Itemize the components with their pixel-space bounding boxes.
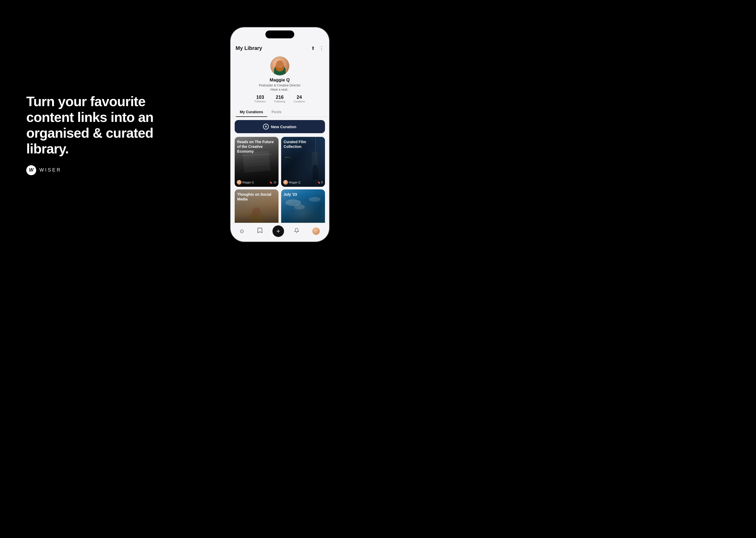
app-header: My Library ⬆ ⋮ bbox=[230, 42, 329, 53]
app-content: My Library ⬆ ⋮ Maggie Q Podcaster & Crea… bbox=[230, 27, 329, 242]
page-title: My Library bbox=[236, 45, 262, 51]
card-author-1: Maggie Q bbox=[237, 180, 254, 185]
tabs-row: My Curations Posts bbox=[230, 107, 329, 117]
headline: Turn your favourite content links into a… bbox=[26, 94, 165, 157]
card-title-3: Thoughts on Social Media bbox=[237, 192, 276, 201]
curations-count: 24 bbox=[297, 94, 302, 100]
mini-avatar-2 bbox=[283, 180, 288, 185]
curations-stat: 24 Curations bbox=[294, 94, 305, 103]
card-author-2: Maggie Q bbox=[283, 180, 300, 185]
more-icon[interactable]: ⋮ bbox=[319, 45, 324, 51]
brand: W WISER bbox=[26, 165, 165, 175]
curation-card-3[interactable]: Thoughts on Social Media Maggie Q 🔖 11 bbox=[235, 189, 278, 223]
followers-label: Followers bbox=[255, 100, 266, 103]
card-title-2: Curated Film Collection bbox=[284, 139, 322, 149]
dynamic-island bbox=[265, 30, 294, 38]
profile-tagline: Have a seat.. bbox=[270, 88, 289, 91]
nav-avatar bbox=[312, 228, 320, 235]
card-count-2: 🔖 8 bbox=[317, 181, 323, 184]
right-panel: My Library ⬆ ⋮ Maggie Q Podcaster & Crea… bbox=[181, 27, 378, 242]
new-curation-button[interactable]: + New Curation bbox=[235, 120, 325, 133]
share-icon[interactable]: ⬆ bbox=[311, 45, 315, 51]
brand-logo: W bbox=[26, 165, 36, 175]
followers-count: 103 bbox=[256, 94, 264, 100]
curation-card-1[interactable]: Reads on The Future of the Creative Econ… bbox=[235, 137, 278, 187]
phone-screen: My Library ⬆ ⋮ Maggie Q Podcaster & Crea… bbox=[230, 27, 329, 242]
phone-shell: My Library ⬆ ⋮ Maggie Q Podcaster & Crea… bbox=[230, 27, 330, 242]
tab-posts[interactable]: Posts bbox=[267, 107, 286, 117]
mini-avatar-1 bbox=[237, 180, 242, 185]
plus-circle-icon: + bbox=[263, 124, 269, 130]
following-label: Following bbox=[274, 100, 285, 103]
following-stat: 216 Following bbox=[274, 94, 285, 103]
profile-section: Maggie Q Podcaster & Creative Director H… bbox=[230, 53, 329, 107]
tab-my-curations[interactable]: My Curations bbox=[236, 107, 267, 117]
card-title-1: Reads on The Future of the Creative Econ… bbox=[237, 139, 276, 154]
add-icon: + bbox=[276, 228, 280, 234]
nav-profile[interactable] bbox=[309, 226, 323, 237]
curations-label: Curations bbox=[294, 100, 305, 103]
bottom-nav: ⊙ + bbox=[230, 223, 329, 242]
card-count-1: 🔖 15 bbox=[269, 181, 276, 184]
bookmark-icon-1: 🔖 bbox=[269, 181, 272, 184]
card-author-name-1: Maggie Q bbox=[243, 181, 254, 184]
avatar bbox=[270, 56, 289, 76]
card-title-4: July '23 bbox=[284, 192, 322, 197]
card-author-name-2: Maggie Q bbox=[289, 181, 300, 184]
curation-card-2[interactable]: Curated Film Collection Maggie Q 🔖 8 bbox=[281, 137, 325, 187]
nav-add-button[interactable]: + bbox=[272, 225, 284, 237]
nav-explore[interactable]: ⊙ bbox=[237, 227, 247, 236]
bookmark-nav-icon bbox=[257, 228, 262, 235]
bell-icon bbox=[294, 228, 299, 235]
profile-name: Maggie Q bbox=[269, 78, 290, 83]
nav-bookmarks[interactable] bbox=[254, 226, 266, 236]
profile-bio: Podcaster & Creative Director bbox=[259, 83, 301, 87]
card-footer-1: Maggie Q 🔖 15 bbox=[237, 180, 276, 185]
card-footer-2: Maggie Q 🔖 8 bbox=[283, 180, 323, 185]
followers-stat: 103 Followers bbox=[255, 94, 266, 103]
curations-scroll[interactable]: + New Curation Re bbox=[230, 117, 329, 223]
brand-name: WISER bbox=[39, 167, 62, 173]
left-panel: Turn your favourite content links into a… bbox=[0, 73, 181, 196]
new-curation-label: New Curation bbox=[271, 125, 296, 129]
compass-icon: ⊙ bbox=[240, 228, 244, 234]
avatar-face bbox=[270, 56, 289, 76]
curations-grid: Reads on The Future of the Creative Econ… bbox=[235, 137, 325, 223]
following-count: 216 bbox=[276, 94, 284, 100]
stats-row: 103 Followers 216 Following 24 Curations bbox=[255, 94, 305, 103]
header-actions: ⬆ ⋮ bbox=[311, 45, 324, 51]
curation-card-4[interactable]: ∧ ∧ ∧ July '23 Maggie Q bbox=[281, 189, 325, 223]
nav-notifications[interactable] bbox=[291, 226, 303, 236]
bookmark-icon-2: 🔖 bbox=[317, 181, 320, 184]
